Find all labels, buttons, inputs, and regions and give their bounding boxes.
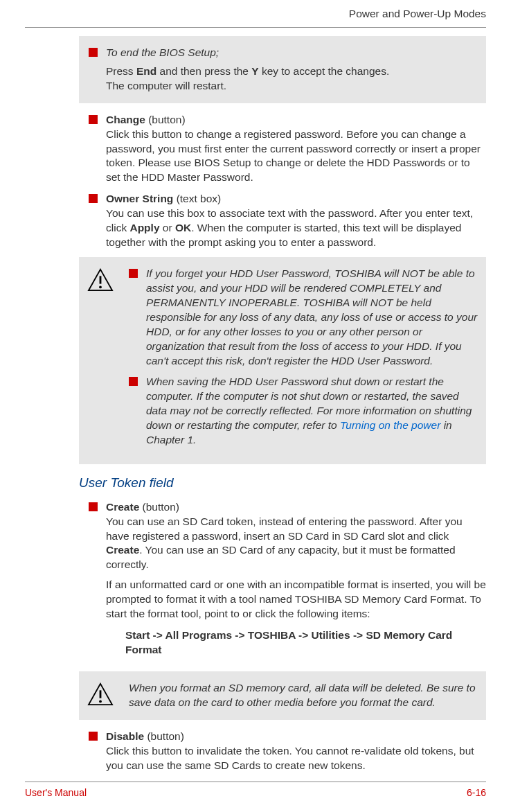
footer: User's Manual 6-16 <box>25 782 486 800</box>
bullet-icon <box>129 269 138 278</box>
svg-point-5 <box>99 700 102 703</box>
warning-box-hdd: If you forget your HDD User Password, TO… <box>79 257 486 464</box>
bios-end-instruction: Press End and then press the Y key to ac… <box>106 64 478 79</box>
footer-left: User's Manual <box>25 786 87 800</box>
bullet-icon <box>89 194 98 203</box>
header-divider <box>25 27 486 28</box>
hdd-warning-1: If you forget your HDD User Password, TO… <box>146 267 478 368</box>
bullet-disable: Disable (button) Click this button to in… <box>79 730 486 773</box>
hdd-warning-2: When saving the HDD User Password shut d… <box>146 375 478 448</box>
bullet-icon <box>89 732 98 741</box>
warning-box-format: When you format an SD memory card, all d… <box>79 671 486 720</box>
bullet-icon <box>129 377 138 386</box>
create-para1: You can use an SD Card token, instead of… <box>106 515 463 571</box>
bios-end-title: To end the BIOS Setup; <box>106 46 478 60</box>
bullet-icon <box>89 48 98 57</box>
footer-page-number: 6-16 <box>467 786 486 800</box>
svg-point-2 <box>99 285 102 288</box>
change-body: Click this button to change a registered… <box>106 128 481 184</box>
chapter-title: Power and Power-Up Modes <box>349 8 486 19</box>
bullet-icon <box>89 115 98 124</box>
disable-body: Click this button to invalidate the toke… <box>106 745 474 771</box>
change-owner-list: Change (button) Click this button to cha… <box>79 113 486 250</box>
format-warning-text: When you format an SD memory card, all d… <box>129 681 478 710</box>
bullet-create: Create (button) You can use an SD Card t… <box>79 500 486 664</box>
bios-end-restart: The computer will restart. <box>106 79 478 94</box>
create-para2: If an unformatted card or one with an in… <box>106 578 486 621</box>
owner-string-body: You can use this box to associate text w… <box>106 207 473 248</box>
link-turning-on-power[interactable]: Turning on the power <box>340 419 440 431</box>
note-box-bios-end: To end the BIOS Setup; Press End and the… <box>79 36 486 103</box>
disable-list: Disable (button) Click this button to in… <box>79 730 486 773</box>
warning-icon <box>87 268 114 292</box>
bullet-change: Change (button) Click this button to cha… <box>79 113 486 186</box>
create-list: Create (button) You can use an SD Card t… <box>79 500 486 664</box>
footer-divider <box>25 782 486 782</box>
format-tool-path: Start -> All Programs -> TOSHIBA -> Util… <box>125 628 486 657</box>
warning-icon <box>87 682 114 706</box>
bullet-icon <box>89 502 98 511</box>
section-user-token-heading: User Token field <box>79 474 486 492</box>
header: Power and Power-Up Modes <box>25 7 486 21</box>
bullet-owner-string: Owner String (text box) You can use this… <box>79 192 486 250</box>
